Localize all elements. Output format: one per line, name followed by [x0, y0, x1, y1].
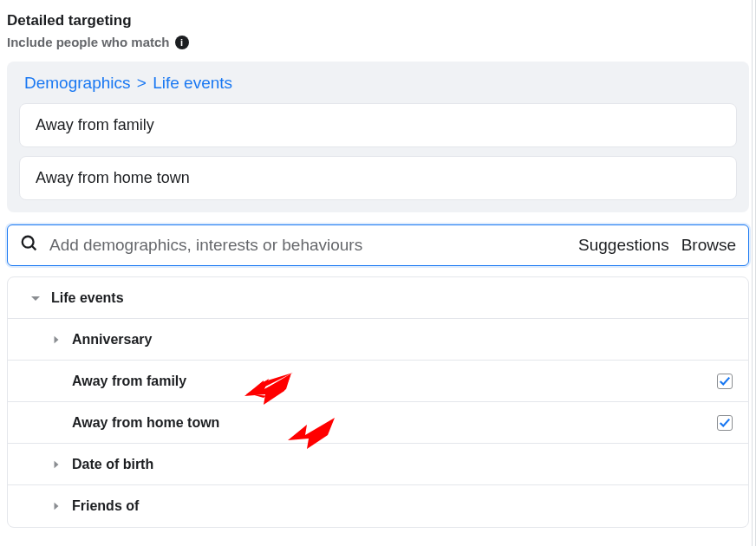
list-item[interactable]: Away from family [8, 361, 748, 402]
check-icon [719, 417, 731, 429]
chevron-right-icon[interactable] [41, 335, 72, 344]
chevron-down-icon[interactable] [20, 293, 51, 303]
selected-item[interactable]: Away from home town [19, 156, 737, 200]
search-row[interactable]: Suggestions Browse [7, 224, 749, 266]
info-icon[interactable]: i [175, 36, 189, 49]
breadcrumb-root[interactable]: Demographics [24, 74, 131, 92]
list-item-label: Away from home town [72, 415, 717, 431]
suggestions-button[interactable]: Suggestions [578, 236, 669, 255]
list-item[interactable]: Friends of [8, 485, 748, 527]
checkbox[interactable] [717, 415, 733, 431]
check-icon [719, 375, 731, 387]
search-icon [20, 234, 39, 257]
checkbox[interactable] [717, 374, 733, 389]
subtitle: Include people who match [7, 35, 170, 49]
list-item-label: Friends of [72, 498, 736, 514]
list-item[interactable]: Away from home town [8, 402, 748, 444]
right-border [752, 0, 753, 546]
svg-line-1 [32, 246, 36, 250]
section-title: Detailed targeting [7, 12, 749, 29]
breadcrumb-separator: > [137, 74, 147, 92]
list-header-row[interactable]: Life events [8, 277, 748, 319]
selected-item[interactable]: Away from family [19, 103, 737, 147]
selected-panel: Demographics > Life events Away from fam… [7, 62, 749, 212]
breadcrumb: Demographics > Life events [19, 74, 737, 93]
svg-point-0 [23, 237, 34, 248]
list-header-label: Life events [51, 290, 736, 306]
breadcrumb-current[interactable]: Life events [153, 74, 232, 92]
browse-button[interactable]: Browse [681, 236, 736, 255]
list-item-label: Anniversary [72, 332, 736, 348]
list-item[interactable]: Anniversary [8, 319, 748, 361]
chevron-right-icon[interactable] [41, 460, 72, 469]
list-item-label: Date of birth [72, 457, 736, 472]
chevron-right-icon[interactable] [41, 502, 72, 510]
list-panel: Life events Anniversary Away from family… [7, 276, 749, 528]
list-item[interactable]: Date of birth [8, 444, 748, 485]
list-item-label: Away from family [72, 374, 717, 389]
search-input[interactable] [49, 236, 578, 255]
